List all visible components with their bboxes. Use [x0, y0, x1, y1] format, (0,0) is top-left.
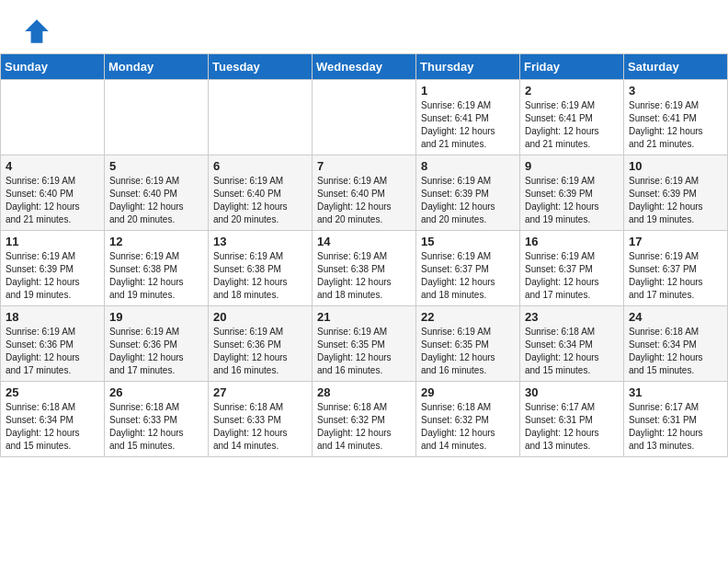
- calendar-cell: 18Sunrise: 6:19 AMSunset: 6:36 PMDayligh…: [1, 306, 105, 382]
- calendar-cell: 3Sunrise: 6:19 AMSunset: 6:41 PMDaylight…: [624, 80, 728, 155]
- day-number: 25: [6, 385, 99, 399]
- calendar-cell: 17Sunrise: 6:19 AMSunset: 6:37 PMDayligh…: [624, 231, 728, 306]
- day-info: Sunrise: 6:18 AMSunset: 6:34 PMDaylight:…: [629, 326, 722, 377]
- day-info: Sunrise: 6:19 AMSunset: 6:38 PMDaylight:…: [109, 250, 203, 302]
- calendar-cell: [105, 80, 209, 155]
- calendar-cell: 5Sunrise: 6:19 AMSunset: 6:40 PMDaylight…: [105, 155, 209, 231]
- calendar-cell: 23Sunrise: 6:18 AMSunset: 6:34 PMDayligh…: [520, 306, 624, 382]
- day-number: 9: [525, 159, 619, 173]
- day-info: Sunrise: 6:18 AMSunset: 6:34 PMDaylight:…: [6, 401, 99, 453]
- day-number: 5: [109, 159, 203, 173]
- day-info: Sunrise: 6:19 AMSunset: 6:35 PMDaylight:…: [421, 326, 515, 377]
- calendar-cell: 12Sunrise: 6:19 AMSunset: 6:38 PMDayligh…: [105, 231, 209, 306]
- day-number: 15: [421, 235, 515, 248]
- day-info: Sunrise: 6:19 AMSunset: 6:36 PMDaylight:…: [6, 326, 99, 377]
- svg-marker-0: [25, 19, 49, 43]
- day-info: Sunrise: 6:18 AMSunset: 6:34 PMDaylight:…: [525, 326, 619, 377]
- calendar-cell: 29Sunrise: 6:18 AMSunset: 6:32 PMDayligh…: [416, 382, 520, 457]
- day-info: Sunrise: 6:19 AMSunset: 6:36 PMDaylight:…: [109, 326, 203, 377]
- day-number: 13: [213, 235, 307, 248]
- day-number: 27: [213, 385, 307, 399]
- day-info: Sunrise: 6:19 AMSunset: 6:41 PMDaylight:…: [421, 99, 515, 151]
- calendar-cell: 27Sunrise: 6:18 AMSunset: 6:33 PMDayligh…: [209, 382, 313, 457]
- calendar-week-2: 11Sunrise: 6:19 AMSunset: 6:39 PMDayligh…: [1, 231, 728, 306]
- day-info: Sunrise: 6:19 AMSunset: 6:39 PMDaylight:…: [421, 175, 515, 226]
- day-info: Sunrise: 6:19 AMSunset: 6:35 PMDaylight:…: [317, 326, 411, 377]
- calendar-cell: 14Sunrise: 6:19 AMSunset: 6:38 PMDayligh…: [313, 231, 416, 306]
- day-number: 18: [6, 310, 99, 324]
- day-info: Sunrise: 6:19 AMSunset: 6:39 PMDaylight:…: [525, 175, 619, 226]
- weekday-header-thursday: Thursday: [416, 54, 520, 80]
- logo: [22, 17, 55, 46]
- day-number: 1: [421, 84, 515, 98]
- day-number: 11: [6, 235, 99, 248]
- day-info: Sunrise: 6:19 AMSunset: 6:39 PMDaylight:…: [629, 175, 722, 226]
- calendar-cell: 30Sunrise: 6:17 AMSunset: 6:31 PMDayligh…: [520, 382, 624, 457]
- calendar-cell: 21Sunrise: 6:19 AMSunset: 6:35 PMDayligh…: [313, 306, 416, 382]
- calendar-cell: 22Sunrise: 6:19 AMSunset: 6:35 PMDayligh…: [416, 306, 520, 382]
- day-number: 10: [629, 159, 722, 173]
- day-number: 23: [525, 310, 619, 324]
- day-info: Sunrise: 6:18 AMSunset: 6:33 PMDaylight:…: [109, 401, 203, 453]
- day-number: 19: [109, 310, 203, 324]
- calendar-cell: 28Sunrise: 6:18 AMSunset: 6:32 PMDayligh…: [313, 382, 416, 457]
- day-number: 31: [629, 385, 722, 399]
- day-info: Sunrise: 6:19 AMSunset: 6:40 PMDaylight:…: [213, 175, 307, 226]
- day-number: 7: [317, 159, 411, 173]
- day-info: Sunrise: 6:18 AMSunset: 6:32 PMDaylight:…: [421, 401, 515, 453]
- day-info: Sunrise: 6:19 AMSunset: 6:38 PMDaylight:…: [213, 250, 307, 302]
- day-number: 30: [525, 385, 619, 399]
- weekday-header-tuesday: Tuesday: [209, 54, 313, 80]
- day-number: 26: [109, 385, 203, 399]
- day-info: Sunrise: 6:17 AMSunset: 6:31 PMDaylight:…: [525, 401, 619, 453]
- calendar-cell: 25Sunrise: 6:18 AMSunset: 6:34 PMDayligh…: [1, 382, 105, 457]
- day-number: 12: [109, 235, 203, 248]
- day-number: 8: [421, 159, 515, 173]
- day-number: 16: [525, 235, 619, 248]
- day-number: 21: [317, 310, 411, 324]
- day-number: 28: [317, 385, 411, 399]
- day-info: Sunrise: 6:19 AMSunset: 6:37 PMDaylight:…: [421, 250, 515, 302]
- calendar-cell: 1Sunrise: 6:19 AMSunset: 6:41 PMDaylight…: [416, 80, 520, 155]
- day-number: 20: [213, 310, 307, 324]
- day-info: Sunrise: 6:19 AMSunset: 6:38 PMDaylight:…: [317, 250, 411, 302]
- calendar-cell: 20Sunrise: 6:19 AMSunset: 6:36 PMDayligh…: [209, 306, 313, 382]
- day-info: Sunrise: 6:19 AMSunset: 6:37 PMDaylight:…: [525, 250, 619, 302]
- day-number: 29: [421, 385, 515, 399]
- weekday-header-wednesday: Wednesday: [313, 54, 416, 80]
- calendar-cell: 15Sunrise: 6:19 AMSunset: 6:37 PMDayligh…: [416, 231, 520, 306]
- day-info: Sunrise: 6:19 AMSunset: 6:40 PMDaylight:…: [317, 175, 411, 226]
- calendar-week-1: 4Sunrise: 6:19 AMSunset: 6:40 PMDaylight…: [1, 155, 728, 231]
- day-info: Sunrise: 6:17 AMSunset: 6:31 PMDaylight:…: [629, 401, 722, 453]
- weekday-header-friday: Friday: [520, 54, 624, 80]
- day-number: 17: [629, 235, 722, 248]
- day-info: Sunrise: 6:19 AMSunset: 6:41 PMDaylight:…: [629, 99, 722, 151]
- page-header: [0, 0, 728, 53]
- calendar-cell: 6Sunrise: 6:19 AMSunset: 6:40 PMDaylight…: [209, 155, 313, 231]
- day-number: 4: [6, 159, 99, 173]
- day-number: 3: [629, 84, 722, 98]
- day-number: 22: [421, 310, 515, 324]
- day-number: 2: [525, 84, 619, 98]
- calendar-cell: [1, 80, 105, 155]
- day-number: 6: [213, 159, 307, 173]
- calendar-week-4: 25Sunrise: 6:18 AMSunset: 6:34 PMDayligh…: [1, 382, 728, 457]
- weekday-header-sunday: Sunday: [1, 54, 105, 80]
- day-number: 14: [317, 235, 411, 248]
- day-info: Sunrise: 6:18 AMSunset: 6:33 PMDaylight:…: [213, 401, 307, 453]
- calendar-cell: 31Sunrise: 6:17 AMSunset: 6:31 PMDayligh…: [624, 382, 728, 457]
- day-info: Sunrise: 6:19 AMSunset: 6:40 PMDaylight:…: [6, 175, 99, 226]
- calendar-cell: 26Sunrise: 6:18 AMSunset: 6:33 PMDayligh…: [105, 382, 209, 457]
- day-info: Sunrise: 6:18 AMSunset: 6:32 PMDaylight:…: [317, 401, 411, 453]
- calendar-table: SundayMondayTuesdayWednesdayThursdayFrid…: [0, 53, 728, 457]
- calendar-cell: [209, 80, 313, 155]
- day-info: Sunrise: 6:19 AMSunset: 6:39 PMDaylight:…: [6, 250, 99, 302]
- day-info: Sunrise: 6:19 AMSunset: 6:36 PMDaylight:…: [213, 326, 307, 377]
- day-number: 24: [629, 310, 722, 324]
- day-info: Sunrise: 6:19 AMSunset: 6:41 PMDaylight:…: [525, 99, 619, 151]
- calendar-cell: 24Sunrise: 6:18 AMSunset: 6:34 PMDayligh…: [624, 306, 728, 382]
- calendar-cell: 19Sunrise: 6:19 AMSunset: 6:36 PMDayligh…: [105, 306, 209, 382]
- calendar-cell: 13Sunrise: 6:19 AMSunset: 6:38 PMDayligh…: [209, 231, 313, 306]
- weekday-header-row: SundayMondayTuesdayWednesdayThursdayFrid…: [1, 54, 728, 80]
- calendar-cell: 2Sunrise: 6:19 AMSunset: 6:41 PMDaylight…: [520, 80, 624, 155]
